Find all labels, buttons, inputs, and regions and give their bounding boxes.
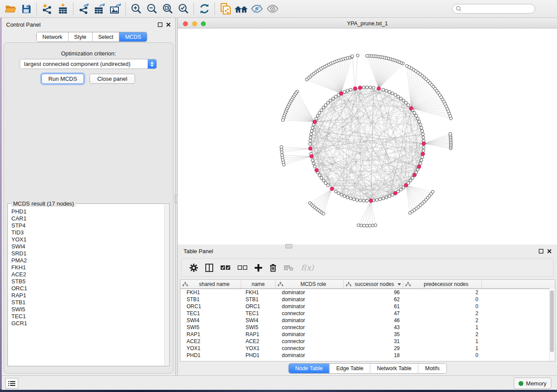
sort-indicator-icon[interactable] bbox=[398, 283, 401, 285]
mcds-hub-node[interactable] bbox=[358, 86, 362, 89]
list-item[interactable]: RAP1 bbox=[8, 292, 165, 299]
mcds-hub-node[interactable] bbox=[404, 183, 408, 187]
list-item[interactable]: STP4 bbox=[8, 222, 165, 229]
network-node[interactable] bbox=[359, 199, 362, 202]
list-item[interactable]: SWI4 bbox=[8, 243, 165, 250]
network-node[interactable] bbox=[397, 95, 400, 98]
list-item[interactable]: PHD1 bbox=[8, 208, 165, 215]
network-node[interactable] bbox=[309, 136, 312, 139]
network-node[interactable] bbox=[375, 199, 378, 202]
network-node[interactable] bbox=[385, 89, 388, 92]
refresh-button[interactable] bbox=[197, 1, 212, 16]
network-node[interactable] bbox=[326, 184, 329, 187]
tab-select[interactable]: Select bbox=[93, 32, 120, 41]
open-file-button[interactable] bbox=[3, 1, 18, 16]
network-node[interactable] bbox=[334, 190, 337, 193]
copy-network-button[interactable] bbox=[218, 1, 233, 16]
network-node[interactable] bbox=[420, 159, 423, 162]
network-node[interactable] bbox=[362, 199, 365, 202]
network-node[interactable] bbox=[366, 199, 369, 203]
first-neighbors-button[interactable] bbox=[233, 1, 249, 16]
close-panel-icon[interactable] bbox=[547, 249, 552, 254]
list-item[interactable]: SWI5 bbox=[8, 306, 165, 313]
network-node[interactable] bbox=[421, 130, 424, 133]
list-item[interactable]: STB5 bbox=[8, 278, 165, 285]
network-node[interactable] bbox=[346, 196, 349, 199]
zoom-selected-button[interactable] bbox=[176, 1, 191, 16]
network-node[interactable] bbox=[422, 149, 425, 152]
network-node[interactable] bbox=[388, 195, 391, 198]
network-node[interactable] bbox=[322, 106, 325, 109]
network-node[interactable] bbox=[309, 143, 312, 146]
list-item[interactable]: PMA2 bbox=[8, 257, 165, 264]
network-node[interactable] bbox=[419, 162, 422, 165]
search-box[interactable] bbox=[452, 4, 535, 14]
network-node[interactable] bbox=[379, 198, 382, 201]
network-node[interactable] bbox=[388, 90, 391, 93]
network-node[interactable] bbox=[343, 90, 346, 93]
mcds-hub-node[interactable] bbox=[409, 107, 413, 110]
list-item[interactable]: SRD1 bbox=[8, 250, 165, 257]
memory-button[interactable]: Memory bbox=[514, 378, 551, 389]
table-row[interactable]: FKH1FKH1dominator962 bbox=[180, 289, 555, 296]
network-node[interactable] bbox=[394, 93, 397, 96]
network-node[interactable] bbox=[322, 179, 325, 182]
network-node[interactable] bbox=[422, 136, 425, 139]
network-view-canvas[interactable] bbox=[178, 28, 557, 244]
tab-network-table[interactable]: Network Table bbox=[370, 364, 419, 373]
network-node[interactable] bbox=[318, 111, 321, 114]
network-node[interactable] bbox=[385, 196, 388, 199]
mcds-hub-node[interactable] bbox=[313, 120, 316, 124]
import-network-button[interactable] bbox=[39, 1, 55, 16]
network-node[interactable] bbox=[315, 117, 318, 120]
panel-list-button[interactable] bbox=[5, 378, 18, 389]
table-row[interactable]: SWI5SWI5connector431 bbox=[180, 324, 555, 331]
network-node[interactable] bbox=[374, 224, 377, 227]
network-node[interactable] bbox=[416, 117, 419, 120]
list-item[interactable]: GCR1 bbox=[8, 320, 165, 327]
network-node[interactable] bbox=[309, 139, 312, 142]
network-node[interactable] bbox=[368, 224, 371, 227]
network-node[interactable] bbox=[357, 224, 360, 227]
gear-icon[interactable] bbox=[190, 264, 198, 272]
mcds-hub-node[interactable] bbox=[330, 187, 334, 190]
tab-network[interactable]: Network bbox=[37, 32, 69, 41]
network-window-titlebar[interactable]: YPA_prune.txt_1 bbox=[178, 19, 557, 28]
network-node[interactable] bbox=[326, 101, 329, 104]
network-node[interactable] bbox=[422, 133, 425, 136]
network-node[interactable] bbox=[399, 188, 402, 191]
network-node[interactable] bbox=[282, 163, 285, 166]
network-node[interactable] bbox=[399, 97, 402, 100]
mcds-hub-node[interactable] bbox=[394, 192, 397, 195]
network-node[interactable] bbox=[320, 176, 323, 179]
network-node[interactable] bbox=[421, 156, 424, 159]
mcds-hub-node[interactable] bbox=[413, 173, 416, 177]
network-node[interactable] bbox=[324, 182, 327, 185]
list-item[interactable]: TEC1 bbox=[8, 313, 165, 320]
network-node[interactable] bbox=[280, 151, 284, 154]
network-node[interactable] bbox=[313, 165, 316, 168]
network-node[interactable] bbox=[346, 89, 349, 92]
table-row[interactable]: STB1STB1dominator620 bbox=[180, 296, 555, 303]
network-node[interactable] bbox=[422, 146, 425, 149]
mcds-hub-node[interactable] bbox=[310, 155, 313, 158]
table-row[interactable]: ACE2ACE2connector311 bbox=[180, 338, 555, 345]
tab-edge-table[interactable]: Edge Table bbox=[330, 364, 370, 373]
close-panel-icon[interactable] bbox=[166, 22, 171, 27]
network-node[interactable] bbox=[329, 99, 332, 102]
mcds-result-scrollbar[interactable] bbox=[164, 204, 169, 365]
export-network-button[interactable] bbox=[76, 1, 92, 16]
column-header-name[interactable]: name bbox=[241, 280, 276, 289]
network-node[interactable] bbox=[363, 224, 366, 227]
network-node[interactable] bbox=[324, 103, 327, 107]
mcds-hub-node[interactable] bbox=[377, 87, 381, 90]
select-all-rows-icon[interactable] bbox=[221, 265, 230, 270]
mcds-hub-node[interactable] bbox=[417, 165, 421, 168]
network-node[interactable] bbox=[310, 133, 313, 136]
network-node[interactable] bbox=[312, 162, 315, 165]
network-node[interactable] bbox=[322, 212, 325, 215]
network-node[interactable] bbox=[413, 111, 416, 114]
mcds-hub-node[interactable] bbox=[421, 152, 425, 156]
network-node[interactable] bbox=[382, 88, 385, 91]
zoom-out-button[interactable] bbox=[144, 1, 160, 16]
